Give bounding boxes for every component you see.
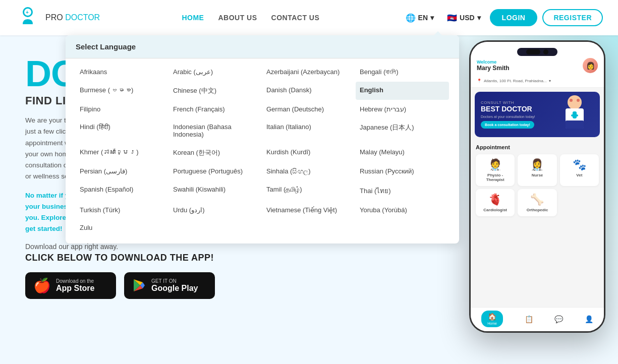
- language-item[interactable]: Kurdish (Kurdî): [262, 144, 356, 162]
- appointment-section: Appointment 🧑‍⚕️Physio - Therapist👩‍⚕️Nu…: [471, 141, 604, 219]
- phone-notch: [517, 48, 557, 56]
- notch-camera: [526, 49, 540, 54]
- specialist-label: Orthopedic: [527, 208, 548, 212]
- download-label: Download our app right away.: [25, 242, 436, 251]
- language-item[interactable]: German (Deutsche): [262, 101, 356, 117]
- language-item[interactable]: Korean (한국어): [169, 144, 262, 162]
- profile-icon: 👤: [585, 315, 593, 323]
- appointment-item[interactable]: 🦴Orthopedic: [518, 189, 556, 216]
- language-item[interactable]: Turkish (Türk): [76, 202, 169, 218]
- phone-tab-home[interactable]: 🏠 Home: [481, 311, 503, 327]
- phone-tab-chat[interactable]: 💬: [554, 315, 563, 323]
- language-item[interactable]: Italian (Italiano): [262, 118, 356, 143]
- language-item[interactable]: Sinhala (සිංහල): [262, 163, 356, 180]
- language-item[interactable]: Russian (Русский): [356, 163, 449, 180]
- nav-about[interactable]: ABOUT US: [218, 14, 257, 22]
- language-item[interactable]: Malay (Melayu): [356, 144, 449, 162]
- language-item[interactable]: Indonesian (Bahasa Indonesia): [169, 118, 262, 143]
- google-play-icon: [132, 278, 146, 292]
- language-item[interactable]: Thai (ไทย): [356, 181, 449, 201]
- language-item[interactable]: Spanish (Español): [76, 181, 169, 201]
- phone-bottom-bar: 🏠 Home 📋 💬 👤: [471, 307, 604, 331]
- language-item[interactable]: Hebrew (עברית): [356, 101, 449, 117]
- phone-tab-profile[interactable]: 👤: [585, 315, 593, 323]
- chat-icon: 💬: [554, 315, 563, 323]
- login-button[interactable]: LOGIN: [490, 9, 538, 26]
- language-item[interactable]: Burmese (ဗမာစာ): [76, 82, 169, 100]
- dropdown-arrow: [433, 31, 443, 36]
- currency-code: USD: [460, 14, 475, 22]
- language-item[interactable]: Japanese (日本人): [356, 118, 449, 143]
- phone-welcome-text: Welcome: [477, 59, 510, 65]
- phone-top-bar: Welcome Mary Smith 👩: [471, 42, 604, 77]
- apple-icon: 🍎: [33, 277, 51, 294]
- language-item[interactable]: Urdu (اردو): [169, 202, 262, 218]
- phone-tab-list[interactable]: 📋: [525, 315, 533, 323]
- store-buttons: 🍎 Download on the App Store GET IT O: [25, 272, 436, 299]
- lang-code: EN: [418, 14, 428, 22]
- lang-chevron-icon: ▾: [430, 14, 434, 22]
- specialist-icon: 🧑‍⚕️: [488, 158, 502, 171]
- language-item[interactable]: Tamil (தமிழ்): [262, 181, 356, 201]
- language-item[interactable]: Chinese (中文): [169, 82, 262, 100]
- language-button[interactable]: 🌐 EN ▾: [402, 10, 438, 26]
- address-chevron-icon: ▾: [549, 79, 551, 83]
- language-item[interactable]: Yoruba (Yorùbá): [356, 202, 449, 218]
- specialist-label: Vet: [576, 173, 582, 177]
- nav-contact[interactable]: CONTACT US: [271, 14, 320, 22]
- logo-doctor-text: DOCTOR: [65, 13, 100, 22]
- appointment-item[interactable]: 🫀Cardiologist: [476, 189, 515, 216]
- language-item[interactable]: Danish (Dansk): [262, 82, 356, 100]
- appointment-title: Appointment: [476, 144, 599, 150]
- svg-rect-10: [572, 104, 577, 107]
- language-item[interactable]: Afrikaans: [76, 64, 169, 81]
- svg-point-11: [570, 99, 573, 102]
- language-item[interactable]: Khmer (ភាសាខ្មែរ): [76, 144, 169, 162]
- language-item[interactable]: Swahili (Kiswahili): [169, 181, 262, 201]
- specialist-icon: 🫀: [488, 193, 502, 206]
- home-icon: 🏠: [488, 313, 496, 321]
- appointment-item[interactable]: 👩‍⚕️Nurse: [518, 154, 556, 186]
- register-button[interactable]: REGISTER: [542, 9, 603, 26]
- currency-button[interactable]: 🇰🇭 USD ▾: [443, 10, 485, 26]
- banner-cta-button[interactable]: Book a consultation today!: [481, 121, 534, 129]
- nav-home[interactable]: HOME: [182, 14, 204, 22]
- phone-username: Mary Smith: [477, 65, 510, 72]
- language-item[interactable]: Bengali (বাংলি): [356, 64, 449, 81]
- language-item[interactable]: Arabic (عربى): [169, 64, 262, 81]
- svg-text:+: +: [26, 10, 29, 15]
- language-item[interactable]: Zulu: [76, 219, 169, 236]
- phone-frame: Welcome Mary Smith 👩 📍 Atlantis, 100 Ft.…: [469, 40, 605, 333]
- language-item[interactable]: French (Français): [169, 101, 262, 117]
- appointment-grid: 🧑‍⚕️Physio - Therapist👩‍⚕️Nurse🐾Vet🫀Card…: [476, 154, 599, 216]
- specialist-label: Physio - Therapist: [478, 173, 513, 182]
- language-item[interactable]: Portuguese (Português): [169, 163, 262, 180]
- specialist-label: Nurse: [532, 173, 543, 177]
- language-item[interactable]: Filipino: [76, 101, 169, 117]
- appointment-item[interactable]: 🐾Vet: [560, 154, 599, 186]
- language-item[interactable]: Vietnamese (Tiếng Việt): [262, 202, 356, 218]
- language-item[interactable]: Persian (فارسی): [76, 163, 169, 180]
- location-icon: 📍: [477, 79, 482, 83]
- appstore-name-label: App Store: [56, 284, 94, 293]
- phone-address: 📍 Atlantis, 100 Ft. Road, Prahladna... ▾: [471, 77, 604, 88]
- language-grid: AfrikaansArabic (عربى)Azerbaijani (Azerb…: [66, 58, 459, 244]
- language-item[interactable]: Hindi (हिंदी): [76, 118, 169, 143]
- phone-avatar: 👩: [583, 58, 598, 73]
- logo-icon: +: [15, 5, 40, 30]
- language-item[interactable]: Azerbaijani (Azerbaycan): [262, 64, 356, 81]
- language-dropdown: Select Language AfrikaansArabic (عربى)Az…: [66, 35, 459, 244]
- appointment-item[interactable]: 🧑‍⚕️Physio - Therapist: [476, 154, 515, 186]
- banner-heading: BEST DOCTOR: [481, 105, 535, 113]
- svg-rect-14: [571, 114, 578, 116]
- nav-controls: 🌐 EN ▾ 🇰🇭 USD ▾ LOGIN REGISTER: [402, 9, 603, 26]
- language-item[interactable]: English: [356, 82, 449, 100]
- cta-label: CLICK BELOW TO DOWNLOAD THE APP!: [25, 253, 436, 263]
- phone-banner: CONSULT WITH BEST DOCTOR Doctors at your…: [475, 92, 600, 137]
- svg-rect-9: [566, 120, 584, 129]
- googleplay-button[interactable]: GET IT ON Google Play: [124, 272, 215, 299]
- appstore-button[interactable]: 🍎 Download on the App Store: [25, 272, 116, 299]
- logo[interactable]: + PRO DOCTOR: [15, 5, 100, 30]
- googleplay-sub-label: GET IT ON: [151, 278, 198, 284]
- appstore-sub-label: Download on the: [56, 278, 94, 284]
